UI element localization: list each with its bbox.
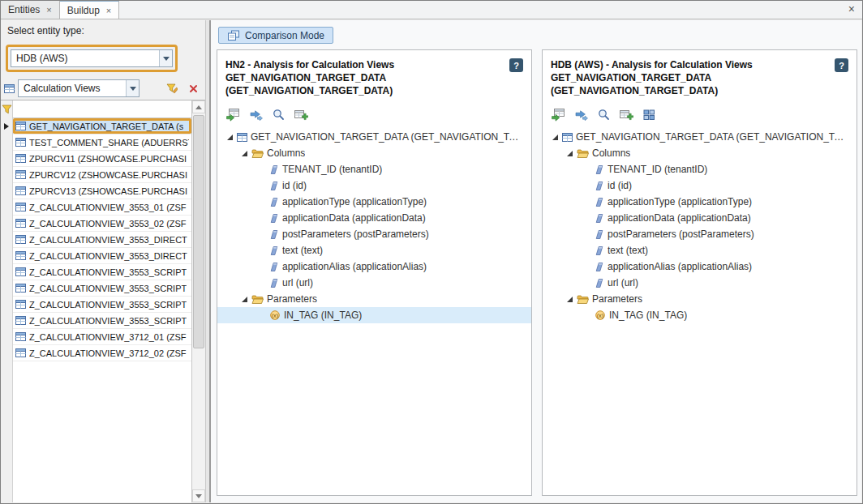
panel-title-line: HDB (AWS) - Analysis for Calculation Vie… <box>551 58 753 71</box>
grid-view-button[interactable] <box>642 108 657 122</box>
entity-list-scrollbar[interactable] <box>192 100 205 502</box>
calculation-view-icon <box>15 299 26 310</box>
entity-list-item[interactable]: Z_CALCULATIONVIEW_3553_SCRIPT <box>1 264 191 280</box>
tree-item-node[interactable]: (x)IN_TAG (IN_TAG) <box>543 307 857 323</box>
entity-sidebar: Select entity type: HDB (AWS) Calculatio… <box>1 20 205 502</box>
calculation-view-icon <box>15 315 26 326</box>
tree-item-node[interactable]: id (id) <box>217 177 531 194</box>
add-data-button[interactable] <box>294 108 309 122</box>
chevron-down-icon[interactable] <box>126 80 139 96</box>
entity-cell: Z_CALCULATIONVIEW_3553_SCRIPT <box>13 313 191 329</box>
scroll-up-icon[interactable] <box>192 100 205 113</box>
tree-item-node[interactable]: (x)IN_TAG (IN_TAG) <box>217 307 531 323</box>
entity-label: Z_CALCULATIONVIEW_3712_01 (ZSF <box>29 332 187 342</box>
tree-group-node[interactable]: Columns <box>543 145 857 161</box>
tree-node-label: text (text) <box>608 245 648 256</box>
tree-item-node[interactable]: TENANT_ID (tenantID) <box>543 161 857 177</box>
help-icon[interactable]: ? <box>835 58 848 72</box>
entity-label: Z_CALCULATIONVIEW_3553_SCRIPT <box>29 267 187 277</box>
tab-close-icon[interactable]: × <box>106 6 111 15</box>
search-button[interactable] <box>271 108 286 122</box>
panel-toolbar <box>551 108 850 122</box>
entity-type-highlight-box: HDB (AWS) <box>6 45 178 72</box>
calculation-view-icon <box>15 250 26 261</box>
export-data-button[interactable] <box>225 108 241 122</box>
entity-list-item[interactable]: Z_CALCULATIONVIEW_3553_SCRIPT <box>1 313 191 329</box>
entity-cell: Z_CALCULATIONVIEW_3553_SCRIPT <box>13 297 191 313</box>
entity-list-item[interactable]: ZPURCV11 (ZSHOWCASE.PURCHASI <box>1 151 191 167</box>
transfer-data-button[interactable] <box>248 108 264 122</box>
scrollbar-thumb[interactable] <box>193 115 204 348</box>
tree-item-node[interactable]: text (text) <box>217 242 531 258</box>
entity-list-item[interactable]: Z_CALCULATIONVIEW_3553_DIRECT <box>1 248 191 264</box>
row-gutter <box>1 135 13 151</box>
entity-label: Z_CALCULATIONVIEW_3553_SCRIPT <box>29 300 187 310</box>
tree-item-node[interactable]: url (url) <box>217 275 531 291</box>
expand-twisty-icon[interactable] <box>567 151 573 156</box>
view-type-dropdown[interactable]: Calculation Views <box>18 79 140 97</box>
tree-group-node[interactable]: Parameters <box>543 291 857 307</box>
tab-close-icon[interactable]: × <box>46 5 51 15</box>
tree-item-node[interactable]: applicationData (applicationData) <box>543 210 857 226</box>
entity-list-item[interactable]: Z_CALCULATIONVIEW_3553_SCRIPT <box>1 280 191 297</box>
tree-item-node[interactable]: applicationAlias (applicationAlias) <box>543 258 857 275</box>
entity-type-dropdown[interactable]: HDB (AWS) <box>11 49 173 67</box>
view-type-row: Calculation Views <box>4 79 202 98</box>
scroll-down-icon[interactable] <box>192 489 205 502</box>
tree-node-label: id (id) <box>282 180 307 191</box>
expand-twisty-icon[interactable] <box>567 297 573 302</box>
list-filter-row <box>1 100 191 118</box>
entity-list-item[interactable]: GET_NAVIGATION_TARGET_DATA (s <box>1 118 191 135</box>
tree-group-node[interactable]: Columns <box>217 145 531 161</box>
clear-filter-button[interactable] <box>184 80 202 96</box>
tree-item-node[interactable]: applicationType (applicationType) <box>217 194 531 210</box>
entity-list-item[interactable]: Z_CALCULATIONVIEW_3553_02 (ZSF <box>1 216 191 232</box>
search-button[interactable] <box>596 108 612 122</box>
close-icon[interactable]: × <box>848 3 855 15</box>
tree-node-label: applicationData (applicationData) <box>282 212 426 224</box>
export-data-button[interactable] <box>551 108 566 122</box>
entity-list-item[interactable]: Z_CALCULATIONVIEW_3553_SCRIPT <box>1 297 191 313</box>
entity-list-item[interactable]: ZPURCV13 (ZSHOWCASE.PURCHASI <box>1 183 191 199</box>
expand-twisty-icon[interactable] <box>552 135 558 140</box>
column-icon <box>269 229 279 240</box>
tree-item-node[interactable]: TENANT_ID (tenantID) <box>217 161 531 177</box>
tree-item-node[interactable]: applicationAlias (applicationAlias) <box>217 258 531 275</box>
entity-list-item[interactable]: TEST_COMMENT_SHARE (ADUERRST <box>1 135 191 151</box>
tree-item-node[interactable]: text (text) <box>543 242 857 258</box>
entity-cell: ZPURCV11 (ZSHOWCASE.PURCHASI <box>13 151 191 167</box>
help-icon[interactable]: ? <box>509 58 523 72</box>
tree-item-node[interactable]: applicationData (applicationData) <box>217 210 531 226</box>
entity-list-item[interactable]: ZPURCV12 (ZSHOWCASE.PURCHASI <box>1 167 191 183</box>
chevron-down-icon[interactable] <box>159 50 172 66</box>
tree-item-node[interactable]: url (url) <box>543 275 857 291</box>
entity-list-item[interactable]: Z_CALCULATIONVIEW_3712_01 (ZSF <box>1 329 191 345</box>
tab-buildup[interactable]: Buildup × <box>60 1 119 19</box>
entity-list-item[interactable]: Z_CALCULATIONVIEW_3553_DIRECT <box>1 232 191 248</box>
expand-twisty-icon[interactable] <box>242 297 247 302</box>
tree-root-node[interactable]: GET_NAVIGATION_TARGET_DATA (GET_NAVIGATI… <box>543 129 857 145</box>
tree-root-node[interactable]: GET_NAVIGATION_TARGET_DATA (GET_NAVIGATI… <box>217 129 531 145</box>
expand-twisty-icon[interactable] <box>227 135 233 140</box>
entity-label: Z_CALCULATIONVIEW_3553_SCRIPT <box>29 284 187 293</box>
filter-cell[interactable] <box>13 100 191 118</box>
panel-title-line: HN2 - Analysis for Calculation Views <box>225 58 394 71</box>
tree-item-node[interactable]: id (id) <box>543 177 857 194</box>
row-gutter <box>1 248 13 264</box>
add-data-button[interactable] <box>619 108 634 122</box>
filter-button[interactable] <box>163 80 181 96</box>
transfer-data-button[interactable] <box>573 108 589 122</box>
expand-twisty-icon[interactable] <box>242 151 247 156</box>
entity-label: TEST_COMMENT_SHARE (ADUERRST <box>29 138 189 147</box>
tree-item-node[interactable]: postParameters (postParameters) <box>217 226 531 242</box>
tab-entities[interactable]: Entities × <box>1 1 60 19</box>
entity-list-item[interactable]: Z_CALCULATIONVIEW_3553_01 (ZSF <box>1 199 191 216</box>
tree-item-node[interactable]: postParameters (postParameters) <box>543 226 857 242</box>
filter-gutter <box>1 100 13 118</box>
tree-group-node[interactable]: Parameters <box>217 291 531 307</box>
folder-icon <box>251 148 264 159</box>
comparison-mode-button[interactable]: Comparison Mode <box>218 27 333 44</box>
tree-item-node[interactable]: applicationType (applicationType) <box>543 194 857 210</box>
row-gutter <box>1 361 13 502</box>
entity-list-item[interactable]: Z_CALCULATIONVIEW_3712_02 (ZSF <box>1 345 191 361</box>
